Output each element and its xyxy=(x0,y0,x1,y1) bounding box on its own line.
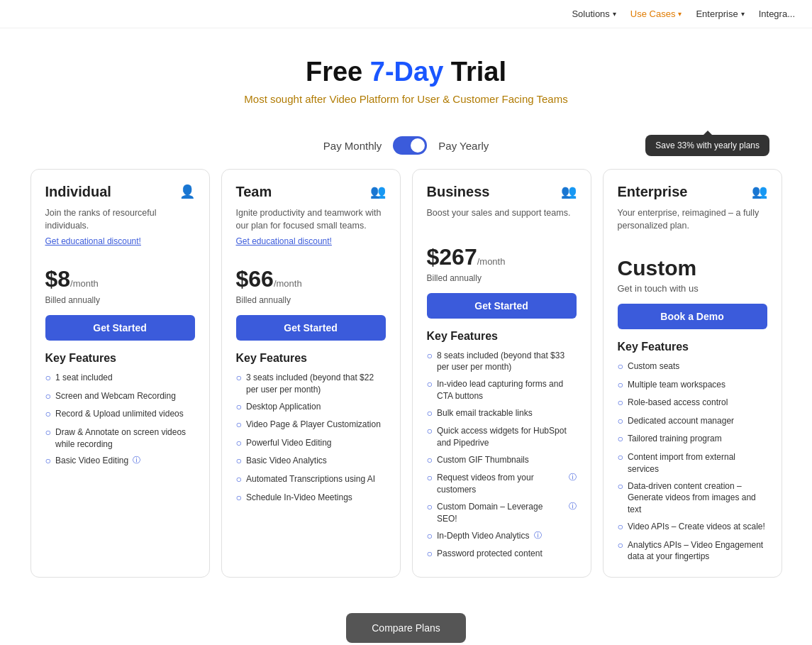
plan-header: Individual 👤 xyxy=(45,184,195,200)
plan-description: Boost your sales and support teams. xyxy=(427,207,577,220)
nav-integrations[interactable]: Integra... xyxy=(759,9,795,19)
nav-use-cases[interactable]: Use Cases ▾ xyxy=(630,9,682,19)
feature-dot: ○ xyxy=(427,349,433,363)
feature-text: Record & Upload unlimited videos xyxy=(55,408,184,420)
feature-item: ○ Custom seats xyxy=(618,360,767,374)
feature-item: ○ Analytics APIs – Video Engagement data… xyxy=(618,539,767,563)
educational-discount-link[interactable]: Get educational discount! xyxy=(236,236,386,246)
feature-dot: ○ xyxy=(236,454,242,468)
features-title: Key Features xyxy=(618,341,767,353)
feature-text: Data-driven content creation – Generate … xyxy=(628,480,767,516)
feature-text: 3 seats included (beyond that $22 per us… xyxy=(246,372,386,396)
plan-period: /month xyxy=(274,278,302,289)
feature-dot: ○ xyxy=(427,424,433,439)
billing-toggle[interactable] xyxy=(393,136,427,155)
feature-item: ○ Schedule In-Video Meetings xyxy=(236,492,386,505)
feature-item: ○ Password protected content xyxy=(427,548,577,561)
feature-item: ○ Dedicated account manager xyxy=(618,415,767,429)
feature-dot: ○ xyxy=(618,432,623,446)
feature-list: ○ 3 seats included (beyond that $22 per … xyxy=(236,372,386,505)
plan-cta-button[interactable]: Get Started xyxy=(45,315,195,341)
plan-name: Individual xyxy=(45,184,111,200)
feature-item: ○ Data-driven content creation – Generat… xyxy=(618,480,767,516)
plan-header: Enterprise 👥 xyxy=(618,184,767,200)
page-title: Free 7-Day Trial xyxy=(14,57,798,87)
info-icon[interactable]: ⓘ xyxy=(133,455,140,465)
feature-item: ○ Automated Transcriptions using AI xyxy=(236,473,386,487)
plan-amount: $66 xyxy=(236,266,274,292)
plan-amount: $267 xyxy=(427,244,477,270)
plan-billed: Billed annually xyxy=(236,295,386,305)
plan-period: /month xyxy=(70,278,99,289)
plan-name: Team xyxy=(236,184,272,200)
plan-price: $66/month xyxy=(236,266,386,292)
plan-billed: Billed annually xyxy=(45,295,195,305)
info-icon[interactable]: ⓘ xyxy=(569,472,577,483)
feature-item: ○ Screen and Webcam Recording xyxy=(45,390,195,404)
plan-header: Business 👥 xyxy=(427,184,577,200)
title-end: Trial xyxy=(443,57,506,87)
info-icon[interactable]: ⓘ xyxy=(534,530,542,541)
feature-text: Powerful Video Editing xyxy=(246,437,332,449)
feature-text: Bulk email trackable links xyxy=(437,407,533,419)
feature-item: ○ Custom GIF Thumbnails xyxy=(427,454,577,468)
plan-name: Business xyxy=(427,184,490,200)
feature-text: Basic Video Editing xyxy=(55,455,128,467)
feature-item: ○ 1 seat included xyxy=(45,372,195,385)
chevron-icon: ▾ xyxy=(678,10,682,18)
feature-item: ○ Video APIs – Create videos at scale! xyxy=(618,521,767,534)
navbar: Solutions ▾ Use Cases ▾ Enterprise ▾ Int… xyxy=(0,0,812,28)
chevron-icon: ▾ xyxy=(741,10,745,18)
plan-card-individual: Individual 👤 Join the ranks of resourcef… xyxy=(30,169,210,578)
feature-text: Video APIs – Create videos at scale! xyxy=(628,521,765,533)
feature-dot: ○ xyxy=(45,407,51,421)
feature-dot: ○ xyxy=(618,520,623,534)
feature-dot: ○ xyxy=(427,471,433,485)
feature-item: ○ Draw & Annotate on screen videos while… xyxy=(45,426,195,451)
compare-plans-button[interactable]: Compare Plans xyxy=(346,613,466,643)
plans-grid: Individual 👤 Join the ranks of resourcef… xyxy=(16,169,796,578)
plan-billed: Billed annually xyxy=(427,273,577,283)
plan-description: Your enterprise, reimagined – a fully pe… xyxy=(618,207,767,232)
nav-enterprise[interactable]: Enterprise ▾ xyxy=(696,9,744,19)
plan-cta-button[interactable]: Get Started xyxy=(427,293,577,319)
info-icon[interactable]: ⓘ xyxy=(569,501,577,512)
feature-dot: ○ xyxy=(45,426,51,440)
feature-text: Role-based access control xyxy=(628,397,728,409)
nav-solutions[interactable]: Solutions ▾ xyxy=(572,9,616,19)
feature-item: ○ Request videos from your customers ⓘ xyxy=(427,472,577,496)
feature-text: Password protected content xyxy=(437,548,543,560)
plan-period: /month xyxy=(477,256,506,267)
plan-price-custom: Custom xyxy=(618,256,767,280)
toggle-knob xyxy=(411,138,425,153)
feature-item: ○ Multiple team workspaces xyxy=(618,379,767,392)
feature-dot: ○ xyxy=(427,377,433,392)
feature-item: ○ In-Depth Video Analytics ⓘ xyxy=(427,530,577,544)
features-title: Key Features xyxy=(427,330,577,343)
feature-dot: ○ xyxy=(236,418,242,432)
plan-cta-button[interactable]: Book a Demo xyxy=(618,304,767,329)
feature-dot: ○ xyxy=(427,407,433,421)
feature-item: ○ In-video lead capturing forms and CTA … xyxy=(427,378,577,402)
feature-text: Screen and Webcam Recording xyxy=(55,390,176,402)
plan-cta-button[interactable]: Get Started xyxy=(236,315,386,341)
feature-text: Analytics APIs – Video Engagement data a… xyxy=(628,539,767,563)
feature-text: Content import from external services xyxy=(628,451,767,475)
feature-item: ○ Quick access widgets for HubSpot and P… xyxy=(427,425,577,449)
feature-item: ○ 3 seats included (beyond that $22 per … xyxy=(236,372,386,396)
plan-price: $8/month xyxy=(45,266,195,292)
plan-price: $267/month xyxy=(427,244,577,270)
educational-discount-link[interactable]: Get educational discount! xyxy=(45,236,195,246)
features-title: Key Features xyxy=(45,352,195,365)
feature-item: ○ Custom Domain – Leverage SEO! ⓘ xyxy=(427,501,577,525)
feature-text: Custom GIF Thumbnails xyxy=(437,454,529,466)
feature-item: ○ 8 seats included (beyond that $33 per … xyxy=(427,350,577,374)
plan-icon: 👥 xyxy=(561,184,577,199)
feature-dot: ○ xyxy=(427,453,433,468)
feature-dot: ○ xyxy=(618,414,623,429)
plan-icon: 👥 xyxy=(752,184,767,199)
feature-dot: ○ xyxy=(618,378,623,392)
feature-item: ○ Record & Upload unlimited videos xyxy=(45,408,195,421)
plan-icon: 👤 xyxy=(179,184,195,199)
feature-dot: ○ xyxy=(618,360,623,374)
